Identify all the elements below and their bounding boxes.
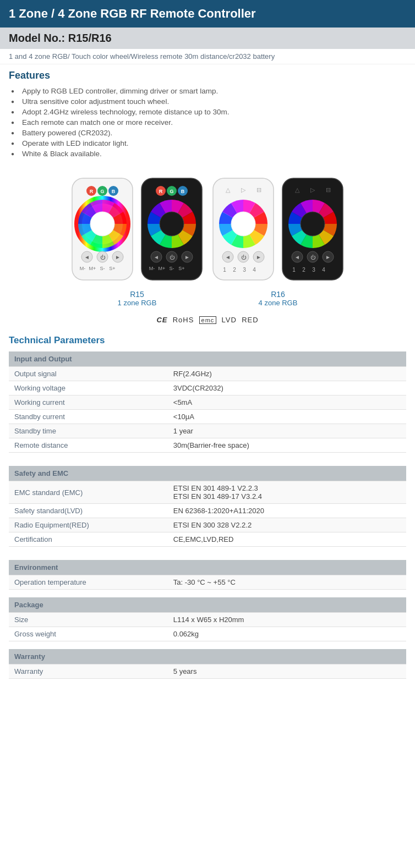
- table-header-3: Package: [9, 597, 406, 613]
- param-table-0: Input and OutputOutput signalRF(2.4GHz)W…: [9, 351, 406, 453]
- table-row: Standby time1 year: [9, 424, 406, 438]
- param-label: Remote distance: [9, 438, 168, 453]
- ce-cert: CE: [156, 316, 167, 324]
- svg-text:R: R: [90, 189, 94, 194]
- table-row: Working current<5mA: [9, 395, 406, 410]
- r16-pair: △ ▷ ⊟: [210, 175, 346, 285]
- r16-zone-info: 4 zone RGB: [259, 299, 298, 307]
- table-row: Output signalRF(2.4GHz): [9, 367, 406, 381]
- features-section: Features Apply to RGB LED controller, di…: [0, 64, 415, 164]
- svg-text:3: 3: [243, 267, 246, 273]
- table-header-1: Safety and EMC: [9, 466, 406, 481]
- r15-zone-info: 1 zone RGB: [118, 299, 157, 307]
- svg-point-27: [160, 212, 184, 236]
- svg-text:⏻: ⏻: [100, 255, 106, 260]
- param-label: Size: [9, 613, 168, 627]
- param-value: 5 years: [168, 664, 406, 679]
- param-value: 3VDC(CR2032): [168, 381, 406, 395]
- model-bar: Model No.: R15/R16: [0, 28, 415, 49]
- param-value: EN 62368-1:2020+A11:2020: [168, 504, 406, 518]
- r16-label: R16 4 zone RGB: [259, 290, 298, 307]
- param-value: <10μA: [168, 410, 406, 424]
- r16-white-remote: △ ▷ ⊟: [210, 175, 276, 285]
- param-label: Operation temperature: [9, 575, 168, 590]
- param-label: Standby current: [9, 410, 168, 424]
- r15-model-name: R15: [118, 290, 157, 299]
- emc-cert: emc: [199, 316, 217, 324]
- svg-text:⏻: ⏻: [170, 255, 175, 260]
- svg-point-57: [301, 212, 325, 236]
- feature-item: Ultra sensitive color adjustment touch w…: [11, 96, 406, 107]
- certifications-line: CE RoHS emc LVD RED: [0, 312, 415, 331]
- param-value: CE,EMC,LVD,RED: [168, 532, 406, 547]
- svg-text:1: 1: [292, 267, 296, 273]
- subtitle-text: 1 and 4 zone RGB/ Touch color wheel/Wire…: [9, 52, 275, 61]
- feature-item: Battery powered (CR2032).: [11, 128, 406, 138]
- param-table-4: WarrantyWarranty5 years: [9, 649, 406, 679]
- r15-black-remote: R G B: [139, 175, 205, 285]
- svg-text:4: 4: [253, 267, 256, 273]
- svg-text:S+: S+: [178, 266, 184, 271]
- param-value: RF(2.4GHz): [168, 367, 406, 381]
- param-value: L114 x W65 x H20mm: [168, 613, 406, 627]
- param-table-3: PackageSizeL114 x W65 x H20mmGross weigh…: [9, 597, 406, 641]
- svg-point-9: [90, 212, 114, 236]
- param-label: Radio Equipment(RED): [9, 518, 168, 532]
- svg-text:◄: ◄: [84, 254, 90, 260]
- svg-text:S-: S-: [100, 266, 105, 271]
- param-label: Certification: [9, 532, 168, 547]
- param-value: ETSI EN 300 328 V2.2.2: [168, 518, 406, 532]
- svg-text:►: ►: [184, 254, 190, 260]
- svg-text:◄: ◄: [294, 254, 300, 260]
- svg-text:R: R: [159, 189, 163, 194]
- red-cert: RED: [242, 316, 258, 324]
- table-header-2: Environment: [9, 560, 406, 575]
- page-title: 1 Zone / 4 Zone RGB RF Remote Controller: [9, 7, 406, 21]
- feature-item: Adopt 2.4GHz wireless technology, remote…: [11, 107, 406, 117]
- svg-text:⊟: ⊟: [326, 186, 331, 193]
- table-header-0: Input and Output: [9, 351, 406, 367]
- svg-text:△: △: [295, 186, 300, 193]
- r15-white-remote: R G B: [69, 175, 135, 285]
- table-row: Warranty5 years: [9, 664, 406, 679]
- svg-text:2: 2: [302, 267, 305, 273]
- svg-text:M-: M-: [149, 266, 155, 271]
- svg-text:▷: ▷: [310, 186, 315, 193]
- svg-text:G: G: [170, 189, 173, 194]
- table-row: Safety standard(LVD)EN 62368-1:2020+A11:…: [9, 504, 406, 518]
- svg-point-42: [231, 212, 255, 236]
- svg-text:M-: M-: [80, 266, 86, 271]
- svg-text:⊟: ⊟: [256, 186, 261, 193]
- table-row: Remote distance30m(Barrier-free space): [9, 438, 406, 453]
- tech-params-section: Technical Parameters Input and OutputOut…: [0, 331, 415, 691]
- svg-text:4: 4: [322, 267, 325, 273]
- table-row: Working voltage3VDC(CR2032): [9, 381, 406, 395]
- svg-text:⏻: ⏻: [310, 255, 316, 260]
- svg-text:2: 2: [233, 267, 236, 273]
- model-number: Model No.: R15/R16: [9, 32, 406, 45]
- param-value: 30m(Barrier-free space): [168, 438, 406, 453]
- svg-text:S-: S-: [170, 266, 174, 271]
- param-table-2: EnvironmentOperation temperatureTa: -30 …: [9, 560, 406, 590]
- lvd-cert: LVD: [222, 316, 237, 324]
- param-value: <5mA: [168, 395, 406, 410]
- svg-text:⏻: ⏻: [241, 255, 247, 260]
- param-label: Warranty: [9, 664, 168, 679]
- table-row: EMC standard (EMC)ETSI EN 301 489-1 V2.2…: [9, 481, 406, 504]
- table-row: Gross weight0.062kg: [9, 627, 406, 641]
- svg-text:►: ►: [115, 254, 121, 260]
- r15-label: R15 1 zone RGB: [118, 290, 157, 307]
- remotes-container: R G B: [0, 164, 415, 312]
- param-value: ETSI EN 301 489-1 V2.2.3ETSI EN 301 489-…: [168, 481, 406, 504]
- svg-text:◄: ◄: [225, 254, 231, 260]
- r15-pair: R G B: [69, 175, 205, 285]
- param-label: Output signal: [9, 367, 168, 381]
- svg-text:3: 3: [312, 267, 315, 273]
- svg-text:▷: ▷: [241, 186, 246, 193]
- features-list: Apply to RGB LED controller, dimming dri…: [9, 86, 406, 159]
- subtitle-bar: 1 and 4 zone RGB/ Touch color wheel/Wire…: [0, 49, 415, 64]
- svg-text:B: B: [112, 189, 116, 194]
- param-value: 1 year: [168, 424, 406, 438]
- param-label: Standby time: [9, 424, 168, 438]
- param-value: Ta: -30 °C ~ +55 °C: [168, 575, 406, 590]
